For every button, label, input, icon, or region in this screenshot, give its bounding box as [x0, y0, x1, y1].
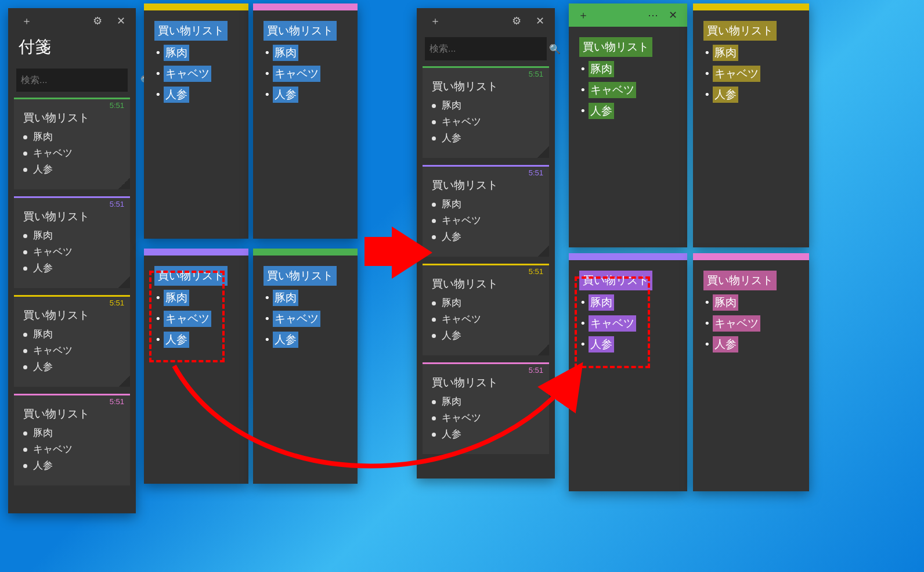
- note-line: キャベツ: [23, 145, 121, 161]
- hl-line: 人参: [164, 87, 189, 103]
- note-card[interactable]: 5:51 買い物リスト 豚肉 キャベツ 人参: [14, 394, 130, 485]
- hl-line: キャベツ: [164, 311, 211, 327]
- hl-title: 買い物リスト: [156, 23, 226, 39]
- note-time: 5:51: [529, 168, 543, 177]
- note-body[interactable]: 買い物リスト 豚肉 キャベツ 人参: [144, 256, 248, 368]
- sticky-note-yellow-right[interactable]: 買い物リスト 豚肉 キャベツ 人参: [693, 3, 809, 247]
- hl-line: 豚肉: [713, 294, 738, 311]
- note-list: 5:51 買い物リスト 豚肉 キャベツ 人参 5:51 買い物リスト 豚肉 キャ…: [417, 66, 555, 479]
- sticky-notes-app-left: ＋ ⚙ ✕ 付箋 🔍 5:51 買い物リスト 豚肉 キャベツ 人参 5:51 買…: [8, 8, 136, 513]
- note-card[interactable]: 5:51 買い物リスト 豚肉 キャベツ 人参: [423, 66, 549, 158]
- note-line: 豚肉: [432, 196, 540, 213]
- sticky-note-yellow-left[interactable]: 買い物リスト 豚肉 キャベツ 人参: [144, 3, 248, 239]
- close-icon: ✕: [669, 9, 677, 21]
- note-body[interactable]: 買い物リスト 豚肉 キャベツ 人参: [253, 10, 358, 123]
- note-title: 買い物リスト: [23, 110, 121, 125]
- note-line: 人参: [23, 161, 121, 178]
- note-time: 5:51: [529, 267, 543, 276]
- hl-title: 買い物リスト: [265, 23, 335, 39]
- note-line: 豚肉: [23, 129, 121, 145]
- hl-line: 人参: [273, 332, 298, 348]
- note-title: 買い物リスト: [23, 406, 121, 422]
- note-title: 買い物リスト: [432, 276, 540, 292]
- search-box[interactable]: 🔍: [16, 69, 128, 92]
- search-input[interactable]: [429, 44, 546, 54]
- note-time: 5:51: [529, 70, 543, 78]
- note-line: キャベツ: [432, 311, 540, 328]
- note-title: 買い物リスト: [432, 375, 540, 390]
- sticky-note-purple-left[interactable]: 買い物リスト 豚肉 キャベツ 人参: [144, 249, 248, 484]
- settings-button[interactable]: ⚙: [505, 9, 528, 33]
- note-body[interactable]: 買い物リスト 豚肉 キャベツ 人参: [144, 10, 248, 123]
- note-body[interactable]: 買い物リスト 豚肉 キャベツ 人参: [693, 260, 809, 373]
- hl-line: 豚肉: [589, 61, 614, 77]
- note-body[interactable]: 買い物リスト 豚肉 キャベツ 人参: [253, 256, 358, 368]
- note-line: キャベツ: [23, 441, 121, 458]
- close-icon: ✕: [536, 15, 544, 27]
- note-body[interactable]: 買い物リスト 豚肉 キャベツ 人参: [693, 10, 809, 123]
- note-line: 人参: [23, 260, 121, 276]
- app-title: 付箋: [8, 34, 136, 65]
- note-line: 人参: [23, 458, 121, 474]
- note-card[interactable]: 5:51 買い物リスト 豚肉 キャベツ 人参: [423, 264, 549, 355]
- sticky-note-green-active[interactable]: ＋ ⋯ ✕ 買い物リスト 豚肉 キャベツ 人参: [569, 3, 687, 247]
- note-title: 買い物リスト: [23, 308, 121, 323]
- hl-line: 豚肉: [273, 45, 298, 61]
- titlebar: ＋ ⚙ ✕: [8, 8, 136, 34]
- note-line: キャベツ: [432, 410, 540, 426]
- more-button[interactable]: ⋯: [643, 5, 663, 25]
- new-note-button[interactable]: ＋: [424, 9, 447, 33]
- search-box[interactable]: 🔍: [425, 37, 547, 60]
- new-note-button[interactable]: ＋: [573, 5, 593, 25]
- note-time: 5:51: [529, 366, 543, 375]
- note-card[interactable]: 5:51 買い物リスト 豚肉 キャベツ 人参: [14, 98, 130, 189]
- note-card[interactable]: 5:51 買い物リスト 豚肉 キャベツ 人参: [423, 165, 549, 257]
- note-card[interactable]: 5:51 買い物リスト 豚肉 キャベツ 人参: [423, 362, 549, 454]
- note-list: 5:51 買い物リスト 豚肉 キャベツ 人参 5:51 買い物リスト 豚肉 キャ…: [8, 98, 136, 513]
- hl-line: 豚肉: [273, 290, 298, 306]
- sticky-note-green-left[interactable]: 買い物リスト 豚肉 キャベツ 人参: [253, 249, 358, 484]
- sticky-notes-app-right: ＋ ⚙ ✕ 🔍 5:51 買い物リスト 豚肉 キャベツ 人参 5:51 買い物リ…: [417, 8, 555, 479]
- close-button[interactable]: ✕: [109, 9, 132, 33]
- note-card[interactable]: 5:51 買い物リスト 豚肉 キャベツ 人参: [14, 196, 130, 288]
- note-card[interactable]: 5:51 買い物リスト 豚肉 キャベツ 人参: [14, 295, 130, 387]
- arrow-head-icon: [392, 226, 432, 279]
- hl-line: キャベツ: [589, 82, 636, 98]
- note-body[interactable]: 買い物リスト 豚肉 キャベツ 人参: [569, 27, 687, 139]
- note-line: 豚肉: [23, 326, 121, 343]
- arrow-body: [364, 237, 394, 266]
- note-line: キャベツ: [432, 213, 540, 229]
- note-title: 買い物リスト: [432, 79, 540, 94]
- note-title: 買い物リスト: [23, 209, 121, 224]
- note-time: 5:51: [110, 298, 124, 307]
- hl-line: 人参: [713, 336, 738, 352]
- hl-line: キャベツ: [589, 315, 636, 332]
- note-title: 買い物リスト: [432, 178, 540, 193]
- note-line: 人参: [432, 229, 540, 245]
- note-line: 人参: [432, 328, 540, 344]
- sticky-note-pink-right[interactable]: 買い物リスト 豚肉 キャベツ 人参: [693, 253, 809, 491]
- dots-icon: ⋯: [648, 9, 658, 21]
- note-line: キャベツ: [432, 114, 540, 130]
- hl-line: キャベツ: [164, 66, 211, 82]
- settings-button[interactable]: ⚙: [86, 9, 109, 33]
- note-line: キャベツ: [23, 244, 121, 260]
- new-note-button[interactable]: ＋: [15, 9, 38, 33]
- hl-title: 買い物リスト: [581, 272, 651, 289]
- search-input[interactable]: [21, 75, 137, 85]
- titlebar: ＋ ⚙ ✕: [417, 8, 555, 34]
- hl-line: キャベツ: [713, 66, 760, 82]
- sticky-note-pink-left[interactable]: 買い物リスト 豚肉 キャベツ 人参: [253, 3, 358, 239]
- note-body[interactable]: 買い物リスト 豚肉 キャベツ 人参: [569, 260, 687, 373]
- hl-title: 買い物リスト: [156, 268, 226, 284]
- hl-line: 人参: [273, 87, 298, 103]
- note-line: 豚肉: [432, 394, 540, 410]
- close-button[interactable]: ✕: [528, 9, 551, 33]
- hl-line: 人参: [713, 87, 738, 103]
- close-icon: ✕: [117, 15, 125, 27]
- note-line: 豚肉: [432, 295, 540, 311]
- close-button[interactable]: ✕: [663, 5, 683, 25]
- hl-line: 豚肉: [164, 45, 189, 61]
- note-time: 5:51: [110, 397, 124, 406]
- sticky-note-purple-right[interactable]: 買い物リスト 豚肉 キャベツ 人参: [569, 253, 687, 491]
